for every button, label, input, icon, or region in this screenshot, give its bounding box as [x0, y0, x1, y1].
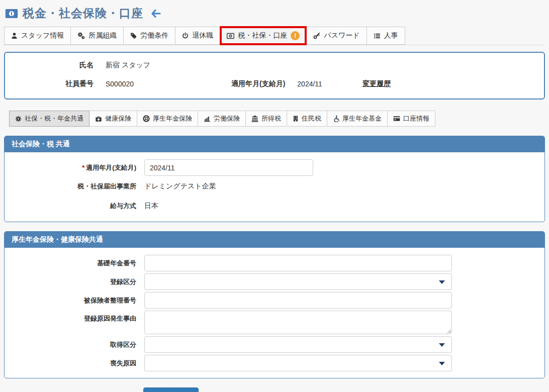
subtab-label: 労働保険 — [214, 114, 240, 123]
section-social-tax-common: 社会保険・税 共通 *適用年月(支給月) 税・社保届出事業所 ドレミングテスト企… — [4, 136, 545, 222]
basic-pension-no-label: 基礎年金番号 — [5, 259, 144, 268]
bar-chart-icon — [204, 116, 211, 122]
power-icon — [182, 32, 189, 39]
change-history-link[interactable]: 変更履歴 — [362, 79, 391, 88]
office-value: ドレミングテスト企業 — [144, 182, 216, 191]
payroll-method-label: 給与方式 — [5, 202, 144, 211]
period-value: 2024/11 — [297, 80, 362, 88]
registration-type-select[interactable] — [144, 273, 452, 290]
subtab-income-tax[interactable]: 所得税 — [245, 111, 287, 127]
period-label: 適用年月(支給月) — [231, 79, 285, 88]
info-row-details: 社員番号 S000020 適用年月(支給月) 2024/11 変更履歴 — [13, 79, 536, 88]
info-row-name: 氏名 新宿 スタッフ — [13, 61, 536, 70]
tab-password[interactable]: パスワード — [306, 27, 367, 45]
form-row-office: 税・社保届出事業所 ドレミングテスト企業 — [5, 178, 544, 195]
tag-icon — [130, 32, 137, 39]
basic-pension-number-input[interactable] — [144, 255, 452, 271]
sub-tab-bar: 社保・税・年金共通 健康保険 厚生年金保険 労働保険 所得税 — [9, 111, 545, 127]
user-icon — [11, 32, 18, 39]
money-bill-icon — [5, 8, 18, 19]
staff-info-box: 氏名 新宿 スタッフ 社員番号 S000020 適用年月(支給月) 2024/1… — [4, 52, 545, 100]
registration-reason-label: 登録原因発生事由 — [5, 311, 144, 323]
tab-hr[interactable]: 人事 — [367, 27, 405, 45]
subtab-pension-insurance[interactable]: 厚生年金保険 — [137, 111, 198, 127]
period-input[interactable] — [144, 159, 313, 176]
gears-icon — [77, 32, 85, 39]
subtab-resident-tax[interactable]: 住民税 — [287, 111, 327, 127]
tab-staff-info[interactable]: スタッフ情報 — [4, 27, 71, 45]
subtab-labor-insurance[interactable]: 労働保険 — [198, 111, 246, 127]
form-row-registration-type: 登録区分 — [5, 273, 544, 290]
subtab-label: 健康保険 — [105, 114, 131, 123]
subtab-label: 社保・税・年金共通 — [25, 114, 83, 123]
tab-label: パスワード — [324, 31, 359, 40]
money-bill-icon — [227, 33, 234, 39]
loss-reason-label: 喪失原因 — [5, 359, 144, 368]
subtab-social-tax-pension-common[interactable]: 社保・税・年金共通 — [9, 111, 89, 127]
section-title: 厚生年金保険・健康保険共通 — [5, 232, 544, 248]
acquisition-type-select[interactable] — [144, 336, 452, 353]
list-icon — [374, 33, 381, 39]
tab-tax-insurance-account[interactable]: 税・社保・口座 ! — [220, 26, 307, 45]
form-row-acquisition-type: 取得区分 — [5, 336, 544, 353]
bank-icon — [251, 115, 258, 122]
section-title: 社会保険・税 共通 — [5, 136, 544, 152]
credit-card-icon — [393, 116, 400, 122]
tab-retirement[interactable]: 退休職 — [175, 27, 220, 45]
warning-icon: ! — [291, 31, 300, 40]
period-field-label: *適用年月(支給月) — [5, 163, 144, 172]
form-row-insured-no: 被保険者整理番号 — [5, 292, 544, 309]
tab-label: 退休職 — [192, 31, 213, 40]
insured-no-label: 被保険者整理番号 — [5, 296, 144, 305]
subtab-account-info[interactable]: 口座情報 — [387, 111, 435, 127]
form-row-basic-pension-no: 基礎年金番号 — [5, 255, 544, 271]
subtab-label: 厚生年金基金 — [342, 114, 382, 123]
gear-icon — [15, 116, 22, 122]
employee-no-label: 社員番号 — [13, 79, 94, 88]
tab-label: 税・社保・口座 — [238, 31, 287, 40]
form-row-loss-reason: 喪失原因 — [5, 355, 544, 371]
name-label: 氏名 — [13, 61, 94, 70]
registration-reason-textarea[interactable] — [144, 311, 452, 334]
subtab-label: 所得税 — [261, 114, 281, 123]
page-header: 税金・社会保険・口座 — [4, 4, 545, 26]
wheelchair-icon — [333, 115, 339, 122]
subtab-label: 住民税 — [302, 114, 321, 123]
tab-label: スタッフ情報 — [21, 31, 64, 40]
subtab-health-insurance[interactable]: 健康保険 — [89, 111, 137, 127]
tab-label: 所属組織 — [88, 31, 117, 40]
save-button[interactable]: 保存 — [143, 387, 199, 392]
chevron-down-icon — [439, 280, 445, 284]
loss-reason-select[interactable] — [144, 355, 452, 371]
subtab-pension-fund[interactable]: 厚生年金基金 — [327, 111, 388, 127]
chevron-down-icon — [439, 362, 445, 365]
tab-label: 労働条件 — [140, 31, 168, 40]
subtab-label: 厚生年金保険 — [153, 114, 192, 123]
form-row-payroll: 給与方式 日本 — [5, 198, 544, 215]
payroll-method-value: 日本 — [144, 202, 158, 211]
tab-label: 人事 — [384, 31, 398, 40]
tab-work-conditions[interactable]: 労働条件 — [123, 27, 175, 45]
name-value: 新宿 スタッフ — [106, 61, 150, 70]
medkit-icon — [95, 116, 102, 122]
insured-number-input[interactable] — [144, 292, 452, 309]
acquisition-type-label: 取得区分 — [5, 340, 144, 349]
page: 税金・社会保険・口座 スタッフ情報 — [0, 0, 549, 392]
section-pension-health-common: 厚生年金保険・健康保険共通 基礎年金番号 登録区分 被保険者整理番号 登録原因発… — [4, 231, 545, 378]
back-arrow-icon[interactable] — [151, 9, 161, 18]
form-row-registration-reason: 登録原因発生事由 — [5, 311, 544, 334]
registration-type-label: 登録区分 — [5, 277, 144, 286]
office-label: 税・社保届出事業所 — [5, 182, 144, 191]
form-row-period: *適用年月(支給月) — [5, 159, 544, 176]
key-icon — [313, 32, 320, 39]
subtab-label: 口座情報 — [403, 114, 429, 123]
page-title: 税金・社会保険・口座 — [23, 6, 143, 21]
required-mark: * — [82, 164, 84, 171]
employee-no-value: S000020 — [106, 80, 231, 88]
building-icon — [293, 115, 299, 122]
life-ring-icon — [143, 115, 150, 122]
tab-organization[interactable]: 所属組織 — [70, 27, 124, 45]
chevron-down-icon — [439, 343, 445, 347]
main-tab-bar: スタッフ情報 — [4, 26, 545, 45]
